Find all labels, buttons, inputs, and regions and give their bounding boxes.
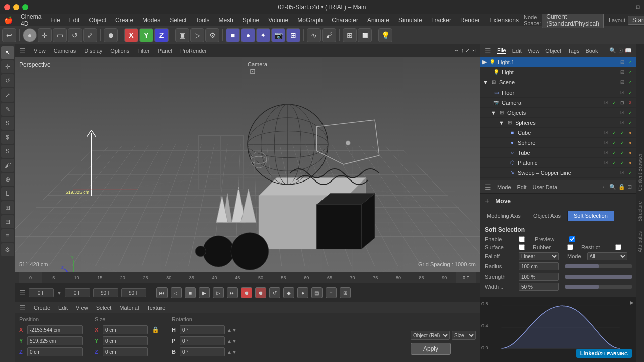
- obj-platonic[interactable]: ⬡ Platonic ☑ ✓ ✓ ●: [480, 158, 636, 168]
- minimize-button[interactable]: [13, 4, 19, 10]
- rotation-b-input[interactable]: [180, 347, 225, 356]
- sidebar-measure[interactable]: L: [1, 187, 14, 200]
- rotation-h-input[interactable]: [180, 325, 225, 334]
- props-enable-checkbox[interactable]: [519, 236, 525, 242]
- menu-object[interactable]: Object: [85, 16, 110, 25]
- toolbar-undo[interactable]: ↩: [2, 28, 16, 42]
- menu-extensions[interactable]: Extensions: [485, 16, 523, 25]
- bezier-button[interactable]: ●: [297, 287, 308, 298]
- timeline-end-input[interactable]: [93, 288, 118, 297]
- toolbar-z-axis[interactable]: Z: [154, 28, 169, 42]
- obj-flag-plat4[interactable]: ●: [627, 159, 634, 166]
- obj-flag-render-camera[interactable]: ✓: [611, 99, 618, 106]
- props-expand-icon[interactable]: ⊡: [627, 184, 632, 190]
- sidebar-s3[interactable]: S: [1, 145, 14, 158]
- bottom-tab-create[interactable]: Create: [34, 305, 50, 311]
- toolbar-render-region[interactable]: ▷: [190, 28, 204, 42]
- toolbar-spline[interactable]: ∿: [307, 28, 321, 42]
- size-type-select[interactable]: Size Scale: [452, 331, 476, 340]
- object-type-select[interactable]: Object (Rel) Object (Abs) World: [411, 331, 450, 340]
- menu-tracker[interactable]: Tracker: [427, 16, 455, 25]
- toolbar-sphere[interactable]: ●: [241, 28, 255, 42]
- obj-scene[interactable]: ▼ ⊞ Scene ☑ ✓: [480, 77, 636, 87]
- timeline-start-input[interactable]: [65, 288, 90, 297]
- menu-volume[interactable]: Volume: [264, 16, 292, 25]
- layout-selector[interactable]: Startup: [628, 16, 644, 25]
- toolbar-viewport-solo[interactable]: ▣: [175, 28, 189, 42]
- obj-flag-render-sphere[interactable]: ✓: [611, 139, 618, 146]
- obj-manager-hamburger[interactable]: ☰: [485, 47, 491, 55]
- props-search-icon[interactable]: 🔍: [609, 184, 616, 190]
- obj-tab-file[interactable]: File: [497, 47, 506, 54]
- obj-light[interactable]: 💡 Light ☑ ✓: [480, 67, 636, 77]
- filter-icon[interactable]: ⊡: [618, 47, 623, 54]
- bottom-tab-material[interactable]: Material: [119, 305, 139, 311]
- obj-flag-vis-camera[interactable]: ☑: [603, 99, 610, 106]
- rotation-b-spin[interactable]: ▲▼: [227, 349, 237, 355]
- bottom-tab-texture[interactable]: Texture: [147, 305, 165, 311]
- step-forward-button[interactable]: ▷: [213, 287, 224, 298]
- sidebar-s1[interactable]: S: [1, 117, 14, 130]
- viewport-menu-panel[interactable]: Panel: [158, 48, 172, 54]
- obj-tab-object[interactable]: Object: [545, 48, 561, 54]
- menu-animate[interactable]: Animate: [363, 16, 393, 25]
- props-tab-mode[interactable]: Mode: [497, 184, 511, 190]
- toolbar-camera[interactable]: 📷: [271, 28, 285, 42]
- obj-tube[interactable]: ○ Tube ☑ ✓ ✓ ●: [480, 148, 636, 158]
- obj-tab-edit[interactable]: Edit: [512, 48, 522, 54]
- viewport-menu-prorender[interactable]: ProRender: [180, 48, 207, 54]
- toolbar-x-axis[interactable]: X: [124, 28, 138, 42]
- obj-flag-vis1[interactable]: ☑: [619, 59, 626, 66]
- obj-objects-group[interactable]: ▼ ⊞ Objects ☑ ✓: [480, 108, 636, 118]
- sidebar-move2[interactable]: ✛: [1, 60, 14, 73]
- toolbar-snap[interactable]: 🔲: [358, 28, 372, 42]
- traffic-lights[interactable]: [4, 4, 28, 10]
- toolbar-transform[interactable]: ⤢: [83, 28, 97, 42]
- viewport[interactable]: X Y Z 519.325 cm Perspective Camera ⊡: [15, 57, 480, 272]
- obj-flag-render-floor[interactable]: ✓: [627, 89, 634, 96]
- motion-clip-button[interactable]: ▤: [311, 287, 323, 298]
- props-preview-checkbox[interactable]: [569, 236, 575, 242]
- viewport-menu-view[interactable]: View: [34, 48, 46, 54]
- props-width-slider[interactable]: [565, 285, 632, 289]
- toolbar-render-settings[interactable]: ⚙: [205, 28, 219, 42]
- apply-button[interactable]: Apply: [411, 343, 451, 355]
- props-lock-icon[interactable]: 🔒: [618, 184, 625, 190]
- sidebar-layers[interactable]: ≡: [1, 229, 14, 242]
- loop-button[interactable]: ↺: [269, 287, 280, 298]
- props-falloff-select[interactable]: Linear Smooth Constant: [519, 252, 559, 260]
- obj-flag-vis-floor[interactable]: ☑: [619, 89, 626, 96]
- graph-expand-icon[interactable]: ▶: [630, 299, 634, 305]
- menu-select[interactable]: Select: [166, 16, 190, 25]
- node-space-selector[interactable]: Current (Standard/Physical): [542, 12, 604, 28]
- menu-cinema4d[interactable]: Cinema 4D: [17, 12, 45, 28]
- obj-tab-view[interactable]: View: [528, 48, 540, 54]
- menu-simulate[interactable]: Simulate: [394, 16, 426, 25]
- sidebar-settings[interactable]: ⚙: [1, 243, 14, 256]
- toolbar-paint[interactable]: 🖌: [322, 28, 336, 42]
- obj-flag-render-light[interactable]: ✓: [627, 69, 634, 76]
- axis-tab-object[interactable]: Object Axis: [527, 211, 568, 221]
- obj-cube[interactable]: ■ Cube ☑ ✓ ✓ ●: [480, 128, 636, 138]
- rotation-p-input[interactable]: [180, 336, 225, 345]
- sidebar-brush[interactable]: 🖌: [1, 159, 14, 172]
- obj-flag-render-spheres[interactable]: ✓: [627, 119, 634, 126]
- timeline-layout-1[interactable]: ≡: [326, 287, 337, 298]
- obj-flag-cube3[interactable]: ✓: [619, 129, 626, 136]
- props-radius-input[interactable]: [519, 262, 559, 270]
- rotation-p-spin[interactable]: ▲▼: [227, 338, 237, 344]
- record-motion-button[interactable]: ⏺: [255, 287, 266, 298]
- maximize-button[interactable]: [22, 4, 28, 10]
- size-z-input[interactable]: [103, 347, 148, 356]
- obj-flag-vis-sweep[interactable]: ☑: [619, 169, 626, 176]
- props-width-input[interactable]: [519, 283, 559, 291]
- obj-flag-vis-spheres[interactable]: ☑: [619, 119, 626, 126]
- stop-button[interactable]: ■: [185, 287, 196, 298]
- props-strength-input[interactable]: [519, 273, 559, 281]
- axis-tab-modeling[interactable]: Modeling Axis: [480, 211, 527, 221]
- menu-spline[interactable]: Spline: [238, 16, 263, 25]
- size-lock-icon[interactable]: 🔒: [152, 326, 159, 333]
- size-x-input[interactable]: [103, 325, 148, 334]
- sidebar-scale2[interactable]: ⤢: [1, 88, 14, 102]
- menu-tools[interactable]: Tools: [192, 16, 214, 25]
